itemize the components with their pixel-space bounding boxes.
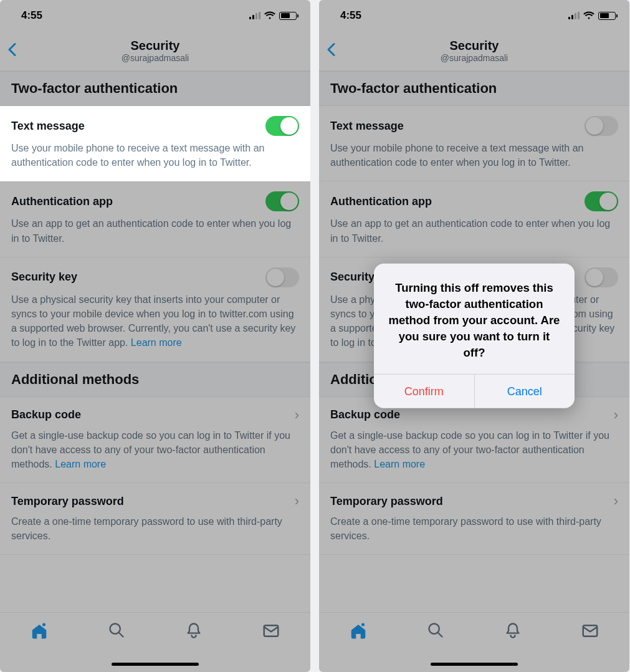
- link-learn-more-backup-code[interactable]: Learn more: [374, 459, 425, 469]
- battery-icon: [598, 12, 616, 20]
- back-button[interactable]: [7, 41, 16, 60]
- status-icons: [249, 11, 297, 20]
- section-header-twofa: Two-factor authentication: [319, 71, 629, 106]
- page-title: Security: [441, 39, 508, 53]
- home-indicator[interactable]: [431, 663, 518, 666]
- search-icon: [427, 622, 444, 639]
- mail-icon: [262, 622, 280, 640]
- chevron-right-icon: ›: [614, 407, 618, 423]
- page-subtitle: @surajpadmasali: [122, 53, 189, 63]
- row-title-temp-password: Temporary password: [330, 495, 443, 508]
- toggle-text-message[interactable]: [265, 116, 299, 136]
- home-icon: [349, 622, 368, 640]
- page-subtitle: @surajpadmasali: [441, 53, 508, 63]
- confirm-dialog: Turning this off removes this two-factor…: [374, 264, 575, 408]
- nav-bar: Security @surajpadmasali: [0, 31, 310, 71]
- tab-search[interactable]: [108, 622, 125, 641]
- row-auth-app: Authentication app Use an app to get an …: [0, 181, 310, 257]
- chevron-right-icon: ›: [295, 407, 299, 423]
- status-icons: [568, 11, 616, 20]
- row-backup-code[interactable]: Backup code › Get a single-use backup co…: [319, 397, 629, 484]
- row-auth-app: Authentication app Use an app to get an …: [319, 181, 629, 257]
- search-icon: [108, 622, 125, 639]
- status-bar: 4:55: [0, 0, 310, 31]
- row-temp-password[interactable]: Temporary password › Create a one-time t…: [319, 483, 629, 555]
- link-learn-more-backup-code[interactable]: Learn more: [55, 459, 106, 469]
- home-indicator[interactable]: [112, 663, 199, 666]
- bell-icon: [185, 622, 203, 639]
- svg-point-3: [361, 623, 365, 626]
- link-learn-more-security-key[interactable]: Learn more: [131, 337, 182, 348]
- back-button[interactable]: [327, 41, 335, 60]
- row-desc-temp-password: Create a one-time temporary password to …: [330, 514, 618, 543]
- nav-title-block: Security @surajpadmasali: [122, 39, 189, 63]
- home-icon: [30, 622, 49, 640]
- row-desc-security-key: Use a physical security key that inserts…: [11, 292, 299, 350]
- row-title-text-message: Text message: [330, 120, 404, 133]
- row-title-auth-app: Authentication app: [11, 195, 113, 208]
- nav-title-block: Security @surajpadmasali: [441, 39, 508, 63]
- row-desc-auth-app: Use an app to get an authentication code…: [11, 216, 299, 245]
- status-time: 4:55: [21, 9, 42, 22]
- toggle-auth-app[interactable]: [585, 191, 618, 211]
- row-desc-auth-app: Use an app to get an authentication code…: [330, 216, 618, 245]
- row-desc-backup-code: Get a single-use backup code so you can …: [330, 428, 618, 472]
- row-security-key: Security key Use a physical security key…: [0, 257, 310, 362]
- wifi-icon: [264, 11, 275, 20]
- tab-bar: [0, 612, 310, 672]
- row-text-message: Text message Use your mobile phone to re…: [319, 106, 629, 181]
- svg-point-0: [42, 623, 45, 626]
- chevron-right-icon: ›: [614, 493, 618, 509]
- tab-notifications[interactable]: [185, 622, 203, 641]
- row-title-backup-code: Backup code: [330, 408, 400, 421]
- phone-right: 4:55 Security @surajpadmasali Two-factor…: [319, 0, 629, 672]
- toggle-auth-app[interactable]: [265, 191, 299, 211]
- tab-notifications[interactable]: [504, 622, 522, 641]
- section-header-additional: Additional methods: [0, 362, 310, 397]
- chevron-left-icon: [327, 42, 335, 56]
- tab-bar: [319, 612, 629, 672]
- row-title-security-key: Security key: [11, 271, 77, 284]
- toggle-security-key[interactable]: [585, 267, 618, 287]
- cellular-icon: [568, 12, 580, 19]
- wifi-icon: [583, 11, 594, 20]
- chevron-right-icon: ›: [295, 493, 299, 509]
- tab-search[interactable]: [427, 622, 444, 641]
- row-title-auth-app: Authentication app: [330, 195, 432, 208]
- row-desc-backup-code: Get a single-use backup code so you can …: [11, 428, 299, 472]
- battery-icon: [279, 12, 297, 20]
- row-title-temp-password: Temporary password: [11, 495, 124, 508]
- tab-home[interactable]: [30, 622, 49, 643]
- row-backup-code[interactable]: Backup code › Get a single-use backup co…: [0, 397, 310, 484]
- toggle-security-key[interactable]: [265, 267, 299, 287]
- bell-icon: [504, 622, 522, 639]
- tab-messages[interactable]: [581, 622, 599, 643]
- row-desc-temp-password: Create a one-time temporary password to …: [11, 514, 299, 543]
- row-desc-text-message: Use your mobile phone to receive a text …: [330, 141, 618, 170]
- section-header-twofa: Two-factor authentication: [0, 71, 310, 106]
- row-title-text-message: Text message: [11, 120, 85, 133]
- row-title-backup-code: Backup code: [11, 408, 81, 421]
- dialog-cancel-button[interactable]: Cancel: [475, 375, 575, 408]
- cellular-icon: [249, 12, 260, 19]
- toggle-text-message[interactable]: [585, 116, 618, 136]
- tab-home[interactable]: [349, 622, 368, 643]
- row-text-message: Text message Use your mobile phone to re…: [0, 106, 310, 181]
- chevron-left-icon: [7, 42, 16, 56]
- tab-messages[interactable]: [262, 622, 280, 643]
- dialog-actions: Confirm Cancel: [374, 375, 575, 408]
- nav-bar: Security @surajpadmasali: [319, 31, 629, 71]
- status-bar: 4:55: [319, 0, 629, 31]
- row-desc-text-message: Use your mobile phone to receive a text …: [11, 141, 299, 170]
- phone-left: 4:55 Security @surajpadmasali Two-factor…: [0, 0, 310, 672]
- dialog-confirm-button[interactable]: Confirm: [374, 375, 475, 408]
- status-time: 4:55: [340, 9, 361, 22]
- mail-icon: [581, 622, 599, 640]
- dialog-message: Turning this off removes this two-factor…: [374, 264, 575, 375]
- row-temp-password[interactable]: Temporary password › Create a one-time t…: [0, 483, 310, 555]
- page-title: Security: [122, 39, 189, 53]
